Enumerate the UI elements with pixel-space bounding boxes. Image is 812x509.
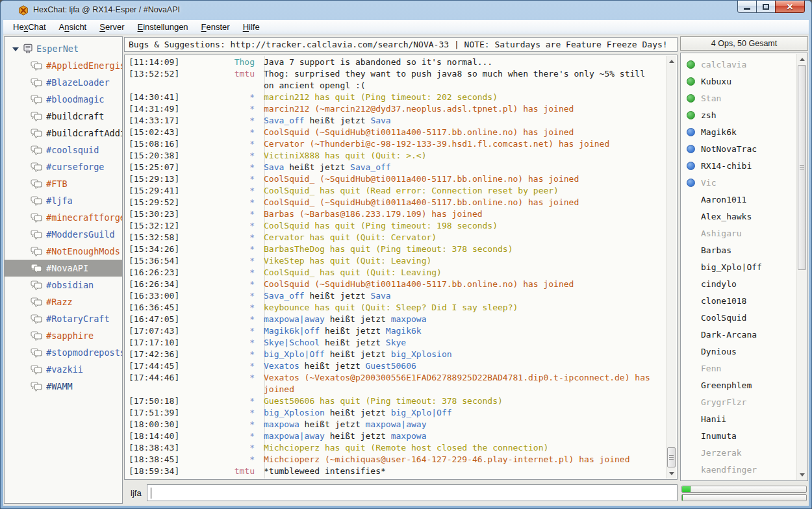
user-name: Inumuta [701, 431, 737, 441]
user-row-calclavia[interactable]: calclavia [681, 56, 796, 73]
channel-row-obsidian[interactable]: #obsidian [5, 277, 122, 293]
chat-nick: * [177, 407, 255, 419]
scroll-down-icon[interactable] [797, 469, 807, 480]
tree-collapse-icon[interactable] [12, 47, 19, 51]
user-row-NotNovaTrac[interactable]: NotNovaTrac [681, 140, 796, 157]
user-row-GrygrFlzr[interactable]: GrygrFlzr [681, 393, 796, 410]
menu-item-server[interactable]: Server [94, 21, 130, 33]
channel-label: #NotEnoughMods [46, 246, 120, 256]
chat-timestamp: [15:29:52] [125, 197, 177, 208]
channel-row-RotaryCraft[interactable]: #RotaryCraft [5, 310, 122, 327]
chat-line: [17:50:18]*Guest50606 has quit (Ping tim… [125, 395, 666, 407]
close-icon: ✕ [787, 3, 794, 11]
op-status-icon [687, 77, 695, 86]
channel-icon [31, 196, 42, 206]
chat-scrollbar[interactable] [666, 56, 676, 478]
channel-row-vazkii[interactable]: #vazkii [5, 361, 122, 378]
no-status-icon [687, 280, 695, 288]
channel-row-WAMM[interactable]: #WAMM [5, 378, 122, 395]
message-segment: heißt jetzt [320, 326, 386, 336]
channel-row-minecraftforge[interactable]: #minecraftforge [5, 209, 122, 226]
user-row-big-Xplo-Off[interactable]: big_Xplo|Off [681, 258, 796, 275]
user-row-Jerzerak[interactable]: Jerzerak [681, 444, 796, 461]
user-row-Greenphlem[interactable]: Greenphlem [681, 377, 796, 393]
lag-meter-fill [682, 486, 691, 492]
user-row-kaendfinger[interactable]: kaendfinger [681, 461, 796, 478]
channel-row-bloodmagic[interactable]: #bloodmagic [5, 91, 122, 108]
channel-row-buildcraftAddi[interactable]: #buildcraftAddi [5, 125, 122, 142]
channel-row-stopmodreposts[interactable]: #stopmodreposts [5, 344, 122, 361]
channel-label: #bloodmagic [46, 94, 104, 105]
user-name: Hanii [701, 414, 726, 424]
voice-status-icon [687, 128, 695, 136]
user-row-zsh[interactable]: zsh [681, 106, 796, 123]
user-row-Aaron1011[interactable]: Aaron1011 [681, 191, 796, 208]
message-segment: Sava_off [350, 162, 391, 172]
message-segment: Cervator has quit (Quit: Cervator) [264, 232, 437, 242]
user-row-clone1018[interactable]: clone1018 [681, 292, 796, 309]
close-button[interactable]: ✕ [775, 1, 805, 13]
network-row-espernet[interactable]: EsperNet [5, 40, 122, 57]
chat-line: [15:29:13]*CoolSquid_ (~SquidHub@ti0011a… [125, 173, 666, 185]
channel-row-NotEnoughMods[interactable]: #NotEnoughMods [5, 243, 122, 260]
user-name: GrygrFlzr [701, 397, 746, 407]
menu-item-fenster[interactable]: Fenster [196, 21, 236, 33]
channel-row-AppliedEnergis[interactable]: #AppliedEnergis [5, 57, 122, 74]
message-input[interactable] [147, 485, 677, 501]
topic-bar [124, 37, 678, 52]
user-row-Fenn[interactable]: Fenn [681, 360, 796, 377]
topic-input[interactable] [125, 38, 677, 51]
user-row-Laceh[interactable]: Laceh [681, 478, 796, 481]
channel-row-sapphire[interactable]: #sapphire [5, 327, 122, 344]
user-row-Vic[interactable]: Vic [681, 174, 796, 191]
user-row-Hanii[interactable]: Hanii [681, 410, 796, 427]
user-row-RX14-chibi[interactable]: RX14-chibi [681, 157, 796, 174]
channel-row-coolsquid[interactable]: #coolsquid [5, 142, 122, 158]
channel-row-buildcraft[interactable]: #buildcraft [5, 108, 122, 125]
user-row-Alex-hawks[interactable]: Alex_hawks [681, 208, 796, 225]
user-row-Dark-Arcana[interactable]: Dark-Arcana [681, 326, 796, 343]
minimize-button[interactable] [737, 1, 757, 13]
channel-row-ljfa[interactable]: #ljfa [5, 192, 122, 209]
channel-row-NovaAPI[interactable]: #NovaAPI [5, 260, 122, 277]
maximize-button[interactable] [757, 1, 775, 13]
channel-row-BlazeLoader[interactable]: #BlazeLoader [5, 74, 122, 91]
chat-message-text: Magik6k|off heißt jetzt Magik6k [255, 325, 666, 337]
channel-label: #BlazeLoader [46, 77, 110, 88]
user-row-CoolSquid[interactable]: CoolSquid [681, 309, 796, 326]
user-row-Dynious[interactable]: Dynious [681, 343, 796, 360]
message-segment: big_Xplo|Off [391, 408, 452, 417]
userlist-scrollbar-thumb[interactable] [798, 65, 806, 270]
chat-line: [17:44:45]*Vexatos heißt jetzt Guest5060… [125, 360, 666, 372]
userlist-scrollbar[interactable] [796, 54, 807, 480]
menu-item-hexchat[interactable]: HexChat [7, 21, 52, 33]
scroll-up-icon[interactable] [797, 54, 807, 64]
no-status-icon [687, 364, 695, 373]
channel-label: #FTB [46, 179, 68, 189]
user-row-Stan[interactable]: Stan [681, 90, 796, 106]
channel-row-FTB[interactable]: #FTB [5, 175, 122, 192]
scroll-up-icon[interactable] [666, 56, 677, 66]
user-row-Kubuxu[interactable]: Kubuxu [681, 73, 796, 90]
user-name: CoolSquid [701, 313, 746, 323]
menu-item-ansicht[interactable]: Ansicht [53, 21, 93, 33]
chat-message-text: Skye|School heißt jetzt Skye [255, 337, 666, 349]
channel-row-curseforge[interactable]: #curseforge [5, 158, 122, 175]
chat-timestamp: [17:17:10] [125, 337, 177, 349]
user-row-Ashigaru[interactable]: Ashigaru [681, 225, 796, 242]
chat-nick: * [177, 325, 255, 337]
user-row-cindylo[interactable]: cindylo [681, 275, 796, 292]
user-row-Magik6k[interactable]: Magik6k [681, 123, 796, 140]
user-row-Inumuta[interactable]: Inumuta [681, 427, 796, 444]
scroll-down-icon[interactable] [666, 468, 677, 478]
channel-row-Razz[interactable]: #Razz [5, 293, 122, 310]
message-segment: Sava [370, 116, 390, 125]
window-titlebar[interactable]: HexChat: ljfa @ RX14-Esper / #NovaAPI ✕ [1, 1, 811, 20]
channel-icon [31, 179, 42, 189]
channel-row-ModdersGuild[interactable]: #ModdersGuild [5, 226, 122, 243]
menu-item-hilfe[interactable]: Hilfe [237, 21, 266, 33]
lag-meter [681, 486, 807, 493]
chat-scrollbar-thumb[interactable] [667, 447, 676, 467]
user-row-Barbas[interactable]: Barbas [681, 242, 796, 258]
menu-item-einstellungen[interactable]: Einstellungen [132, 21, 194, 33]
